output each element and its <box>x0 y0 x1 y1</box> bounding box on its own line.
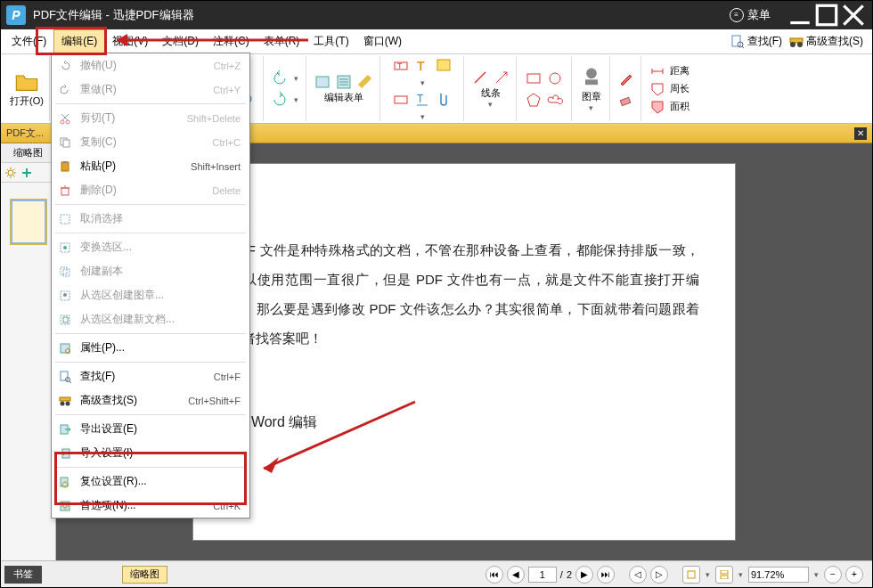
thumbnail-panel: 缩略图 <box>1 143 56 560</box>
pdf-page: PDF 文件是种特殊格式的文档，不管在那种设备上查看，都能保持排版一致，所以使用… <box>192 163 736 541</box>
text-edit-icon[interactable] <box>392 91 410 109</box>
note-dd[interactable]: ▾ <box>419 78 427 87</box>
edit-menu-item-reset[interactable]: 复位设置(R)... <box>52 470 249 494</box>
polygon-icon[interactable] <box>525 91 543 109</box>
form-field-icon[interactable] <box>314 73 331 91</box>
svg-text:T: T <box>397 61 403 70</box>
status-bar: 书签 缩略图 ⏮ ◀ / 2 ▶ ⏭ ◁ ▷ ▾ ▾ ▾ − + <box>1 560 872 587</box>
attachment-icon[interactable] <box>435 91 453 109</box>
rot2-dd[interactable]: ▾ <box>292 95 300 104</box>
thumbnail-toolbar <box>1 163 55 183</box>
area-icon[interactable] <box>649 98 666 116</box>
bookmark-tab[interactable]: 书签 <box>4 566 42 584</box>
edit-menu-item-advfind[interactable]: 高级查找(S)Ctrl+Shift+F <box>52 388 249 412</box>
view2-dd[interactable]: ▾ <box>737 570 745 579</box>
menu-form[interactable]: 表单(R) <box>257 30 307 53</box>
edit-menu-item-props[interactable]: 属性(P)... <box>52 336 249 360</box>
underline-icon[interactable]: T <box>413 91 431 109</box>
view-cont-button[interactable] <box>715 566 733 584</box>
menu-label: 菜单 <box>747 7 771 23</box>
menu-comment[interactable]: 注释(C) <box>206 30 257 53</box>
pencil-icon[interactable] <box>617 69 635 87</box>
tool-draw-group <box>612 56 641 121</box>
edit-menu-item-prefs[interactable]: 首选项(N)...Ctrl+K <box>52 494 249 518</box>
rotate-right-icon[interactable] <box>271 91 289 109</box>
menu-dots-icon: ≡ <box>730 8 744 22</box>
document-tab[interactable]: PDF文... <box>6 127 44 140</box>
minimize-button[interactable] <box>787 4 813 26</box>
menu-window[interactable]: 窗口(W) <box>356 30 409 53</box>
first-page-button[interactable]: ⏮ <box>485 566 503 584</box>
tool-form-group: 编辑表单 <box>308 56 380 121</box>
svg-point-51 <box>66 401 70 405</box>
att-dd[interactable]: ▾ <box>419 112 427 121</box>
perimeter-label: 周长 <box>670 82 689 95</box>
menu-document[interactable]: 文档(D) <box>155 30 206 53</box>
hamburger-menu-button[interactable]: ≡ 菜单 <box>730 7 771 23</box>
edit-menu-item-import[interactable]: 导入设置(I) <box>52 441 249 465</box>
page-thumbnail[interactable] <box>10 199 47 245</box>
text-box-icon[interactable]: T <box>392 57 410 75</box>
open-folder-icon[interactable] <box>14 69 39 94</box>
distance-icon[interactable] <box>649 62 666 80</box>
quick-advanced-find-button[interactable]: 高级查找(S) <box>789 34 863 49</box>
text-tool-icon[interactable]: T <box>413 57 431 75</box>
menu-separator <box>55 414 246 415</box>
maximize-button[interactable] <box>813 4 840 26</box>
svg-rect-35 <box>61 188 69 195</box>
tool-open-group: 打开(O) <box>4 56 50 121</box>
quick-find-button[interactable]: 查找(F) <box>730 34 782 49</box>
menu-separator <box>55 467 246 468</box>
svg-rect-45 <box>61 344 69 353</box>
edit-menu-item-find[interactable]: 查找(F)Ctrl+F <box>52 364 249 388</box>
tab-close-button[interactable]: ✕ <box>854 127 867 140</box>
edit-menu-item-undo: 撤销(U)Ctrl+Z <box>52 53 249 78</box>
section-heading-1: 1、Word 编辑 <box>229 406 699 437</box>
stamp-icon[interactable] <box>579 65 604 90</box>
arrow-icon[interactable] <box>493 69 510 86</box>
zoom-in-button[interactable]: + <box>845 566 863 584</box>
menu-item-shortcut: Ctrl+C <box>213 137 241 148</box>
menu-view[interactable]: 视图(V) <box>105 30 155 53</box>
plus-icon[interactable] <box>20 167 33 179</box>
gear-icon[interactable] <box>4 167 17 179</box>
rotate-left-icon[interactable] <box>271 69 289 87</box>
note-icon[interactable] <box>435 57 453 75</box>
eraser-icon[interactable] <box>617 91 635 109</box>
menu-file[interactable]: 文件(F) <box>4 30 53 53</box>
page-number-input[interactable] <box>528 567 557 583</box>
menu-item-label: 撤销(U) <box>80 58 214 73</box>
close-button[interactable] <box>840 4 867 26</box>
zoom-dd[interactable]: ▾ <box>812 570 820 579</box>
prev-page-button[interactable]: ◀ <box>507 566 525 584</box>
last-page-button[interactable]: ⏭ <box>597 566 615 584</box>
cloud-icon[interactable] <box>546 91 564 109</box>
stamp-dd[interactable]: ▾ <box>587 103 595 112</box>
circle-icon[interactable] <box>546 69 564 87</box>
menu-tool[interactable]: 工具(T) <box>306 30 355 53</box>
form-list-icon[interactable] <box>335 73 353 91</box>
nav-fwd-button[interactable]: ▷ <box>650 566 668 584</box>
edit-menu-item-export[interactable]: 导出设置(E) <box>52 417 249 441</box>
svg-text:T: T <box>417 93 424 105</box>
rot-dd[interactable]: ▾ <box>292 74 300 83</box>
svg-rect-26 <box>688 571 695 578</box>
next-page-button[interactable]: ▶ <box>575 566 593 584</box>
status-zoom-input[interactable] <box>748 567 809 583</box>
perimeter-icon[interactable] <box>649 80 666 98</box>
nav-back-button[interactable]: ◁ <box>629 566 647 584</box>
menu-item-shortcut: Shift+Delete <box>187 113 241 124</box>
delete-icon <box>57 183 73 199</box>
menu-edit[interactable]: 编辑(E) <box>53 29 105 53</box>
lines-dd[interactable]: ▾ <box>486 100 494 109</box>
view-single-button[interactable] <box>682 566 700 584</box>
thumbnail-tab-bottom[interactable]: 缩略图 <box>122 566 167 584</box>
view-dd[interactable]: ▾ <box>704 570 712 579</box>
edit-menu-item-paste[interactable]: 粘贴(P)Shift+Insert <box>52 154 249 178</box>
edit-menu-item-cut: 剪切(T)Shift+Delete <box>52 106 249 130</box>
line-icon[interactable] <box>471 69 489 86</box>
form-highlight-icon[interactable] <box>356 73 374 91</box>
rect-icon[interactable] <box>525 69 543 87</box>
document-search-icon <box>730 35 745 49</box>
zoom-out-button[interactable]: − <box>824 566 842 584</box>
